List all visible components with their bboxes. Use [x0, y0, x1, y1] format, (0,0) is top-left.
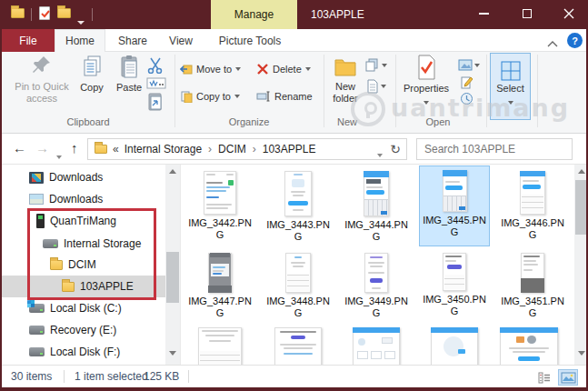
file-item[interactable]: IMG_3442.PNG	[184, 168, 255, 241]
rename-button[interactable]: Rename	[256, 86, 313, 106]
help-icon[interactable]: ?	[567, 33, 583, 48]
select-button[interactable]: Select	[490, 53, 531, 120]
edit-icon	[460, 75, 473, 89]
files-scrollbar[interactable]	[574, 165, 588, 365]
paste-shortcut-button[interactable]	[147, 92, 164, 112]
file-item-selected[interactable]: IMG_3445.PNG	[419, 165, 490, 246]
pin-icon	[32, 55, 52, 78]
scroll-down-icon[interactable]	[578, 351, 585, 356]
select-grid-icon	[501, 61, 521, 81]
title-bar: Manage 103APPLE	[2, 0, 588, 29]
copy-to-button[interactable]: Copy to	[180, 86, 240, 106]
open-with-button[interactable]	[458, 59, 480, 71]
edit-button[interactable]	[460, 75, 473, 89]
status-bar: 30 items 1 item selected 125 KB	[2, 365, 588, 387]
scroll-up-icon[interactable]	[578, 169, 585, 174]
tab-manage[interactable]: Manage	[211, 0, 297, 29]
scroll-up-icon[interactable]	[169, 169, 176, 174]
file-item-partial[interactable]	[493, 325, 564, 365]
refresh-icon[interactable]: ↻	[390, 142, 401, 156]
copy-path-icon	[146, 77, 166, 89]
close-button[interactable]	[549, 0, 588, 27]
search-input[interactable]	[417, 143, 569, 155]
scroll-down-icon[interactable]	[169, 351, 176, 356]
search-box[interactable]	[416, 138, 573, 160]
qat-separator	[31, 8, 32, 21]
minimize-button[interactable]	[463, 0, 503, 27]
file-item-partial[interactable]	[263, 325, 334, 365]
ribbon-tab-row: File Home Share View Picture Tools ?	[2, 29, 588, 52]
properties-icon	[415, 55, 437, 80]
paste-icon	[119, 55, 139, 79]
back-icon[interactable]: ←	[13, 140, 26, 155]
navigation-pane: Downloads Downloads QuanTriMang Internal…	[2, 165, 181, 365]
file-item[interactable]: IMG_3450.PNG	[419, 250, 490, 317]
recent-locations-icon[interactable]	[56, 146, 62, 163]
copy-icon	[81, 55, 103, 79]
paste-shortcut-icon	[147, 92, 164, 112]
qat-properties-icon[interactable]	[39, 6, 50, 20]
tab-share[interactable]: Share	[109, 29, 156, 52]
tab-file[interactable]: File	[2, 29, 55, 52]
collapse-ribbon-icon[interactable]	[547, 35, 560, 46]
copy-button[interactable]: Copy	[75, 55, 109, 94]
address-folder-icon	[95, 145, 107, 154]
status-selection: 1 item selected	[75, 370, 148, 383]
file-item[interactable]: IMG_3448.PNG	[263, 250, 334, 319]
breadcrumb-segment[interactable]: DCIM	[218, 143, 246, 155]
file-item[interactable]: IMG_3449.PNG	[341, 250, 412, 319]
file-item[interactable]: IMG_3451.PNG	[497, 250, 568, 319]
sidebar-scrollbar[interactable]	[165, 165, 180, 365]
breadcrumb-segment[interactable]: 103APPLE	[263, 143, 316, 155]
breadcrumb-segment[interactable]: Internal Storage	[125, 143, 202, 155]
file-item-partial[interactable]	[341, 325, 412, 365]
videos-icon	[29, 172, 44, 184]
delete-button[interactable]: Delete	[256, 59, 311, 79]
group-divider	[537, 55, 538, 127]
copy-to-icon	[180, 91, 193, 103]
sidebar-item-downloads-pictures[interactable]: Downloads	[29, 188, 103, 210]
sidebar-item-local-disk-c[interactable]: Local Disk (C:)	[29, 297, 122, 319]
open-with-icon	[458, 59, 473, 71]
group-divider	[174, 55, 175, 127]
qat-folder2-icon[interactable]	[57, 8, 71, 18]
file-item[interactable]: IMG_3444.PNG	[341, 168, 412, 243]
file-item-partial[interactable]	[184, 325, 255, 365]
window-title: 103APPLE	[311, 0, 364, 29]
file-item-partial[interactable]	[419, 325, 490, 365]
details-view-button[interactable]	[534, 369, 554, 386]
file-item[interactable]: IMG_3446.PNG	[497, 168, 568, 241]
large-icons-view-button[interactable]	[558, 369, 578, 386]
status-selection-size: 125 KB	[144, 370, 179, 383]
forward-icon[interactable]: →	[35, 140, 49, 155]
tab-home[interactable]: Home	[55, 29, 105, 52]
group-label-clipboard: Clipboard	[52, 116, 125, 127]
file-item[interactable]: IMG_3447.PNG	[184, 250, 255, 319]
cut-button[interactable]	[145, 57, 165, 74]
copy-path-button[interactable]	[146, 77, 166, 89]
sidebar-item-recovery-e[interactable]: Recovery (E:)	[29, 319, 116, 341]
maximize-button[interactable]	[507, 0, 547, 27]
details-view-icon	[538, 372, 551, 384]
scrollbar-thumb[interactable]	[575, 180, 588, 235]
history-button[interactable]	[460, 92, 473, 105]
new-folder-button[interactable]: New folder	[329, 55, 362, 105]
tab-view[interactable]: View	[158, 29, 204, 52]
file-item[interactable]: IMG_3443.PNG	[263, 168, 334, 243]
sidebar-item-downloads-videos[interactable]: Downloads	[29, 166, 103, 188]
tab-picture-tools[interactable]: Picture Tools	[209, 29, 291, 52]
new-item-button[interactable]	[366, 79, 386, 94]
sidebar-item-local-disk-f[interactable]: Local Disk (F:)	[29, 341, 120, 363]
scrollbar-thumb[interactable]	[166, 252, 179, 303]
address-dropdown-icon[interactable]	[377, 147, 383, 160]
qat-folder-icon[interactable]	[11, 8, 25, 18]
qat-dropdown-icon[interactable]	[77, 12, 85, 28]
properties-button[interactable]: Properties	[402, 55, 451, 107]
easy-access-button[interactable]	[364, 58, 387, 72]
pin-to-quick-access-button[interactable]: Pin to Quick access	[13, 55, 71, 105]
paste-button[interactable]: Paste	[112, 55, 146, 94]
up-icon[interactable]: ↑	[71, 140, 78, 155]
address-box[interactable]: « Internal Storage › DCIM › 103APPLE ↻	[87, 138, 407, 160]
move-to-button[interactable]: Move to	[180, 59, 241, 79]
status-divider	[64, 370, 65, 383]
